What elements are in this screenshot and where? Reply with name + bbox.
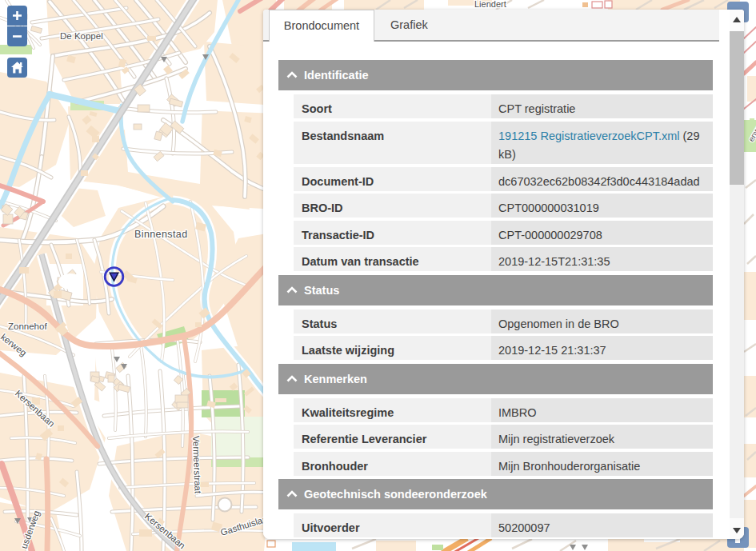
- svg-text:Binnenstad: Binnenstad: [134, 229, 188, 240]
- svg-text:Liendert: Liendert: [474, 0, 506, 9]
- svg-text:De Koppel: De Koppel: [60, 31, 103, 41]
- svg-text:Zonnehof: Zonnehof: [8, 321, 47, 331]
- svg-text:Vermeerstraat: Vermeerstraat: [191, 436, 203, 494]
